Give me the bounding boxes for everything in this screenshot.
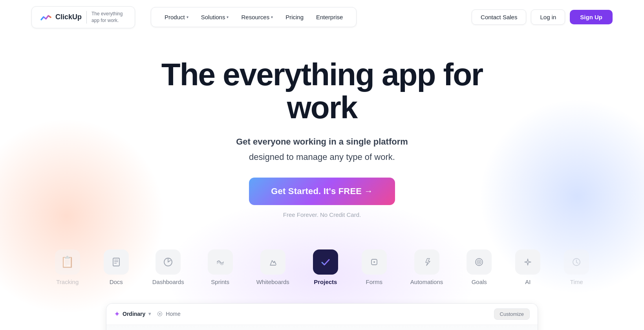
login-button[interactable]: Log in (531, 9, 565, 25)
nav-link-solutions[interactable]: Solutions ▾ (196, 11, 234, 23)
navbar: ClickUp The everything app for work. Pro… (0, 0, 644, 35)
feature-label-projects: Projects (314, 279, 337, 285)
feature-item-goals[interactable]: Goals (455, 246, 503, 289)
whiteboards-icon-wrapper (260, 249, 285, 275)
dashboards-icon-wrapper (156, 249, 181, 275)
feature-item-projects[interactable]: Projects (301, 246, 350, 289)
feature-label-dashboards: Dashboards (152, 279, 184, 285)
workspace-sparkle-icon: ✦ (114, 310, 119, 318)
svg-rect-0 (113, 258, 119, 266)
feature-label-ai: AI (525, 279, 531, 285)
tracking-icon: 📋 (60, 255, 74, 268)
feature-label-goals: Goals (472, 279, 487, 285)
feature-label-sprints: Sprints (211, 279, 229, 285)
feature-label-tracking: Tracking (56, 279, 79, 285)
features-row: 📋 Tracking Docs Dashboards (0, 246, 644, 289)
feature-label-time: Time (570, 279, 583, 285)
logo-name: ClickUp (55, 13, 82, 21)
hero-subtitle-2: designed to manage any type of work. (249, 150, 395, 163)
forms-icon-wrapper (362, 249, 387, 275)
nav-links: Product ▾ Solutions ▾ Resources ▾ Pricin… (151, 7, 357, 27)
cta-button[interactable]: Get Started. It's FREE → (249, 178, 395, 205)
feature-label-automations: Automations (410, 279, 443, 285)
fine-print: Free Forever. No Credit Card. (283, 211, 361, 218)
hero-section: The everything app for work Get everyone… (0, 35, 644, 246)
app-body (106, 325, 538, 330)
chevron-icon: ▾ (187, 15, 188, 19)
time-icon-wrapper (564, 249, 589, 275)
chevron-icon: ▾ (271, 15, 273, 19)
ai-icon-wrapper (515, 249, 540, 275)
docs-icon-wrapper (104, 249, 129, 275)
signup-button[interactable]: Sign Up (570, 10, 613, 24)
feature-item-tracking[interactable]: 📋 Tracking (43, 246, 92, 289)
goals-icon-wrapper (467, 249, 492, 275)
sprints-icon-wrapper (208, 249, 233, 275)
svg-point-9 (478, 261, 480, 263)
feature-label-docs: Docs (110, 279, 123, 285)
logo-container[interactable]: ClickUp The everything app for work. (31, 6, 135, 28)
feature-item-dashboards[interactable]: Dashboards (141, 246, 196, 289)
feature-item-time[interactable]: Time (552, 246, 601, 289)
contact-sales-button[interactable]: Contact Sales (472, 9, 526, 25)
feature-item-docs[interactable]: Docs (92, 246, 141, 289)
svg-point-6 (373, 261, 375, 263)
feature-item-ai[interactable]: AI (503, 246, 552, 289)
feature-item-automations[interactable]: Automations (399, 246, 455, 289)
feature-label-whiteboards: Whiteboards (256, 279, 289, 285)
chevron-icon: ▾ (227, 15, 229, 19)
nav-link-product[interactable]: Product ▾ (159, 11, 194, 23)
automations-icon-wrapper (414, 249, 439, 275)
app-preview-header: ✦ Ordinary ▾ Home Customize (106, 304, 538, 325)
logo-divider (86, 11, 87, 24)
nav-link-pricing[interactable]: Pricing (280, 11, 309, 23)
hero-title: The everything app for work (145, 58, 499, 124)
tracking-icon-wrapper: 📋 (55, 249, 80, 275)
app-workspace: ✦ Ordinary ▾ (114, 310, 151, 318)
feature-label-forms: Forms (366, 279, 383, 285)
feature-item-whiteboards[interactable]: Whiteboards (245, 246, 301, 289)
nav-right: Contact Sales Log in Sign Up (472, 9, 613, 25)
svg-point-12 (159, 313, 161, 315)
customize-button[interactable]: Customize (494, 308, 530, 320)
nav-link-enterprise[interactable]: Enterprise (311, 11, 348, 23)
feature-item-forms[interactable]: Forms (350, 246, 399, 289)
hero-subtitle: Get everyone working in a single platfor… (236, 135, 408, 148)
app-preview: ✦ Ordinary ▾ Home Customize (106, 303, 538, 330)
projects-icon-wrapper (313, 249, 338, 275)
nav-link-resources[interactable]: Resources ▾ (236, 11, 278, 23)
workspace-chevron-icon: ▾ (148, 311, 151, 317)
feature-item-sprints[interactable]: Sprints (196, 246, 245, 289)
app-breadcrumb: Home (157, 311, 180, 317)
nav-left: ClickUp The everything app for work. Pro… (31, 6, 357, 28)
logo-tagline: The everything app for work. (91, 11, 127, 24)
clickup-logo: ClickUp (40, 11, 82, 24)
